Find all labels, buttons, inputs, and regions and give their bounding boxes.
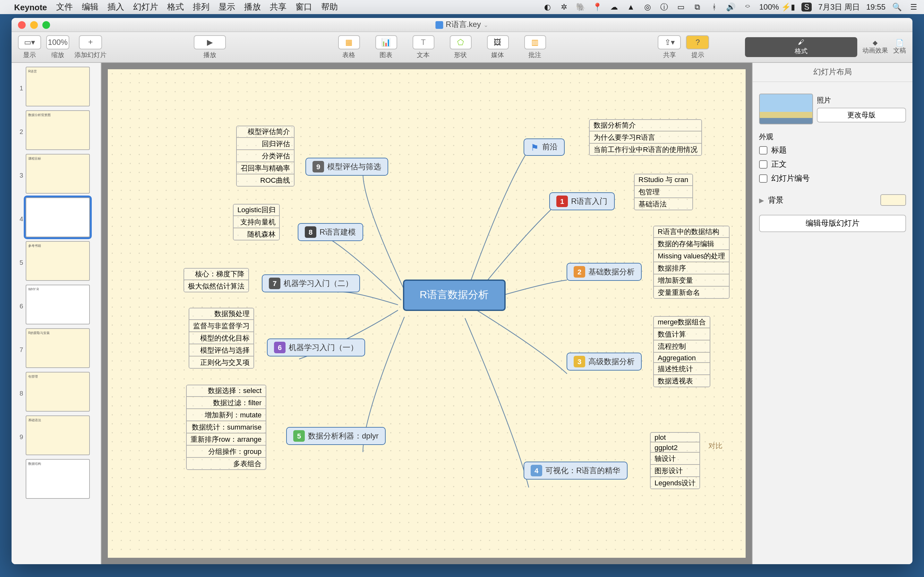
shape-button[interactable]: ⬠形状 [449, 35, 471, 59]
mindmap-node-7[interactable]: 6机器学习入门（一） [267, 338, 365, 356]
zoom-select[interactable]: 100%缩放 [46, 35, 69, 59]
date-display[interactable]: 7月3日 周日 [819, 2, 860, 13]
media-button[interactable]: 🖼媒体 [487, 35, 509, 59]
view-button[interactable]: ▭▾显示 [18, 35, 41, 59]
volume-icon[interactable]: 🔊 [726, 3, 736, 11]
mindmap-node-10[interactable]: 9模型评估与筛选 [305, 158, 388, 176]
leaf-group: 数据选择：select 数据过滤：filter 增加新列：mutate 数据统计… [186, 385, 266, 470]
add-slide-button[interactable]: ＋添加幻灯片 [74, 35, 107, 59]
app-name[interactable]: Keynote [14, 2, 47, 12]
slide-canvas[interactable]: R语言数据分析 ⚑前沿 数据分析简介 为什么要学习R语言 当前工作行业中R语言的… [108, 69, 746, 558]
menu-edit[interactable]: 编辑 [82, 1, 99, 13]
leaf-group: R语言中的数据结构 数据的存储与编辑 Missing values的处理 数据排… [653, 226, 730, 299]
status-icon[interactable]: ◐ [542, 3, 552, 11]
window-titlebar: R语言.key ⌄ [11, 18, 913, 32]
leaf-group: Logistic回归 支持向量机 随机森林 [233, 204, 280, 240]
window-title: R语言.key ⌄ [435, 19, 488, 30]
time-display[interactable]: 19:55 [866, 3, 885, 11]
menu-play[interactable]: 播放 [244, 1, 261, 13]
menu-insert[interactable]: 插入 [107, 1, 124, 13]
mindmap-node-9[interactable]: 8R语言建模 [298, 223, 363, 241]
status-icon[interactable]: ▲ [626, 3, 636, 11]
slidenum-checkbox[interactable]: 幻灯片编号 [759, 173, 906, 184]
comment-button[interactable]: ▥批注 [524, 35, 546, 59]
macos-menubar: Keynote 文件 编辑 插入 幻灯片 格式 排列 显示 播放 共享 窗口 帮… [0, 0, 924, 14]
slide-navigator[interactable]: 1R语言 2数据分析背景图 3课程目标 4 5参考书籍 6WHY R 7R的获取… [11, 63, 102, 564]
slide-thumb[interactable]: 课程目标 [26, 154, 90, 193]
location-icon[interactable]: 📍 [592, 3, 603, 11]
change-master-button[interactable]: 更改母版 [817, 108, 906, 122]
compare-label: 对比 [708, 441, 722, 451]
close-icon[interactable] [18, 21, 26, 29]
menu-icon[interactable]: ☰ [909, 3, 919, 11]
mindmap-node-2[interactable]: 1R语言入门 [549, 192, 614, 210]
inspector-title: 幻灯片布局 [753, 63, 913, 82]
info-icon[interactable]: ⓘ [659, 2, 669, 13]
body-checkbox[interactable]: 正文 [759, 159, 906, 170]
slide-thumb[interactable]: WHY R [26, 285, 90, 324]
slide-thumb[interactable]: 基础语法 [26, 416, 90, 455]
mindmap-node-5[interactable]: 4可视化：R语言的精华 [523, 462, 627, 480]
chart-button[interactable]: 📊图表 [375, 35, 397, 59]
evernote-icon[interactable]: 🐘 [575, 3, 586, 11]
menu-view[interactable]: 显示 [218, 1, 235, 13]
leaf-group: plot ggplot2 轴设计 图形设计 Legends设计 [650, 432, 700, 489]
tips-button[interactable]: ?提示 [686, 35, 709, 59]
slide-thumb[interactable]: 数据结构 [26, 459, 90, 499]
document-tab[interactable]: 📄文稿 [893, 39, 906, 55]
display-icon[interactable]: ▭ [676, 3, 686, 11]
mindmap-node-1[interactable]: ⚑前沿 [523, 139, 565, 156]
slide-thumb[interactable]: 数据分析背景图 [26, 110, 90, 150]
slide-thumb[interactable]: R的获取与安装 [26, 328, 90, 368]
flag-icon: ⚑ [531, 142, 539, 152]
spotlight-icon[interactable]: 🔍 [892, 3, 902, 11]
slide-thumb[interactable]: R语言 [26, 67, 90, 106]
master-preview [759, 93, 813, 124]
menu-format[interactable]: 格式 [167, 1, 184, 13]
minimize-icon[interactable] [30, 21, 38, 29]
menu-arrange[interactable]: 排列 [193, 1, 210, 13]
menu-window[interactable]: 窗口 [296, 1, 312, 13]
menu-share[interactable]: 共享 [270, 1, 286, 13]
keynote-window: R语言.key ⌄ ▭▾显示 100%缩放 ＋添加幻灯片 ▶播放 ▦表格 📊图表… [11, 18, 913, 564]
slide-thumb-selected[interactable] [26, 197, 90, 237]
menu-help[interactable]: 帮助 [321, 1, 338, 13]
disclosure-icon[interactable]: ▶ [759, 197, 764, 203]
mindmap-center[interactable]: R语言数据分析 [403, 279, 505, 311]
menu-file[interactable]: 文件 [56, 1, 73, 13]
mindmap-node-4[interactable]: 3高级数据分析 [567, 353, 642, 371]
leaf-group: merge数据组合 数值计算 流程控制 Aggregation 描述性统计 数据… [653, 316, 710, 387]
leaf-group: RStudio 与 cran 包管理 基础语法 [634, 174, 693, 210]
battery-status[interactable]: 100% ⚡▮ [759, 3, 795, 11]
menu-slide[interactable]: 幻灯片 [133, 1, 158, 13]
mindmap-node-3[interactable]: 2基础数据分析 [567, 263, 642, 281]
text-button[interactable]: T文本 [412, 35, 434, 59]
leaf-group: 数据预处理 监督与非监督学习 模型的优化目标 模型评估与选择 正则化与交叉项 [189, 308, 254, 369]
share-button[interactable]: ⇪▾共享 [658, 35, 681, 59]
play-button[interactable]: ▶播放 [194, 35, 226, 59]
animate-tab[interactable]: ◆动画效果 [863, 39, 888, 55]
leaf-group: 核心：梯度下降 极大似然估计算法 [184, 268, 249, 292]
screens-icon[interactable]: ⧉ [692, 3, 703, 11]
status-icon[interactable]: ✲ [559, 3, 569, 11]
slide-thumb[interactable]: 参考书籍 [26, 241, 90, 281]
toolbar: ▭▾显示 100%缩放 ＋添加幻灯片 ▶播放 ▦表格 📊图表 T文本 ⬠形状 🖼… [11, 32, 913, 63]
slide-thumb[interactable]: 包管理 [26, 372, 90, 412]
status-icon[interactable]: ◎ [642, 3, 653, 11]
leaf-group: 模型评估简介 回归评估 分类评估 召回率与精确率 ROC曲线 [236, 126, 294, 187]
edit-master-button[interactable]: 编辑母版幻灯片 [759, 215, 906, 232]
zoom-icon[interactable] [42, 21, 50, 29]
table-button[interactable]: ▦表格 [338, 35, 360, 59]
inspector-panel: 幻灯片布局 照片 更改母版 外观 标题 正文 幻灯片编号 ▶ 背景 [752, 63, 913, 564]
input-method-icon[interactable]: S [802, 3, 812, 11]
mindmap-node-6[interactable]: 5数据分析利器：dplyr [286, 427, 386, 445]
background-color-swatch[interactable] [880, 194, 906, 206]
title-checkbox[interactable]: 标题 [759, 145, 906, 156]
background-label: 背景 [768, 195, 877, 205]
wifi-icon[interactable]: ⌔ [742, 3, 753, 11]
photo-label: 照片 [817, 95, 906, 105]
format-tab[interactable]: 🖌格式 [745, 37, 857, 57]
bluetooth-icon[interactable]: ᚼ [709, 3, 719, 11]
mindmap-node-8[interactable]: 7机器学习入门（二） [262, 274, 360, 292]
cloud-icon[interactable]: ☁ [609, 3, 619, 11]
